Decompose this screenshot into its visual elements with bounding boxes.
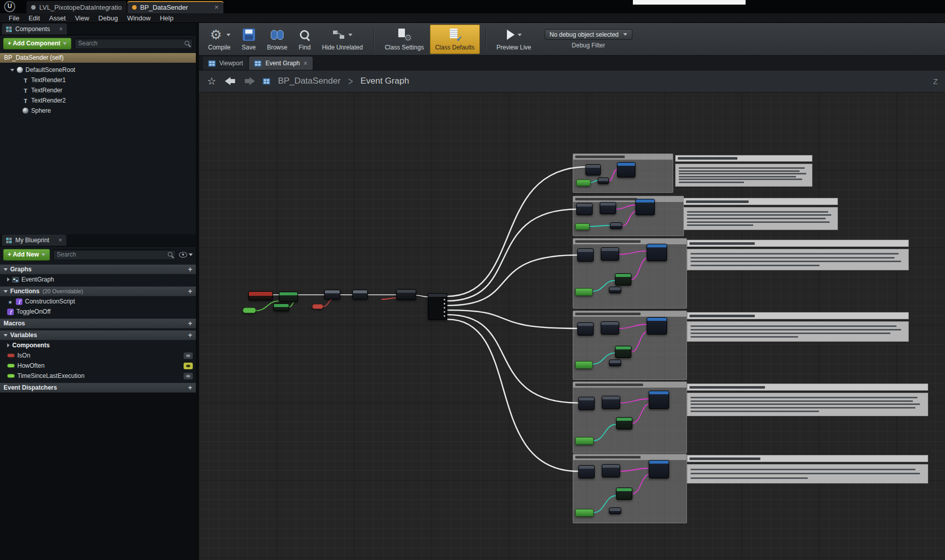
blueprint-node[interactable] (609, 287, 621, 293)
event-node[interactable] (248, 291, 273, 300)
comment-bubble-1[interactable] (675, 155, 812, 187)
menu-window[interactable]: Window (122, 13, 155, 23)
collapse-arrow-icon[interactable] (4, 290, 8, 293)
blueprint-node[interactable] (598, 177, 609, 184)
dropdown-caret-icon[interactable] (226, 34, 231, 36)
asset-tab-bp-datasender[interactable]: BP_DataSender (127, 1, 223, 13)
graph-comment-group-2[interactable] (573, 196, 684, 236)
menu-file[interactable]: File (4, 13, 24, 23)
browse-button[interactable]: Browse (262, 24, 292, 54)
dropdown-caret-icon[interactable] (348, 34, 352, 36)
function-node[interactable] (647, 317, 667, 335)
function-node[interactable] (617, 162, 635, 177)
menu-edit[interactable]: Edit (24, 13, 44, 23)
expander-arrow-icon[interactable] (7, 343, 10, 347)
function-node[interactable] (647, 244, 667, 261)
pure-function-node[interactable] (615, 346, 631, 358)
blueprint-node[interactable] (352, 290, 368, 299)
find-button[interactable]: Find (293, 24, 316, 54)
blueprint-node[interactable] (610, 222, 622, 229)
wire[interactable] (381, 298, 397, 299)
add-component-button[interactable]: + Add Component (3, 38, 71, 49)
save-button[interactable]: Save (237, 24, 261, 54)
blueprint-node[interactable] (396, 289, 416, 300)
graph-item-eventgraph[interactable]: EventGraph (0, 274, 196, 285)
section-header-variables[interactable]: Variables (0, 330, 196, 340)
breadcrumb-root[interactable]: BP_DataSender (278, 76, 341, 86)
pure-function-node[interactable] (616, 417, 632, 429)
var-item-howoften[interactable]: HowOften (0, 361, 196, 371)
component-tree-item-textrender[interactable]: TextRender (0, 85, 196, 95)
blueprint-self-row[interactable]: BP_DataSender (self) (0, 53, 196, 63)
asset-tab-lvl-pixotopedataintegratio[interactable]: LVL_PixotopeDataIntegratio (27, 1, 126, 13)
add-icon[interactable] (188, 332, 192, 339)
blueprint-node[interactable] (577, 248, 594, 262)
compile-button[interactable]: Compile (203, 24, 236, 54)
add-icon[interactable] (188, 384, 192, 391)
visibility-off-icon[interactable] (184, 352, 193, 359)
wire[interactable] (447, 315, 578, 403)
blueprint-node[interactable] (576, 203, 593, 215)
expander-arrow-icon[interactable] (7, 277, 10, 282)
add-icon[interactable] (188, 266, 192, 273)
pure-function-node[interactable] (575, 509, 594, 517)
blueprint-node[interactable] (578, 465, 595, 478)
pure-function-node[interactable] (575, 288, 593, 296)
hide-unrelated-button[interactable]: Hide Unrelated (317, 24, 368, 54)
collapse-arrow-icon[interactable] (4, 334, 8, 337)
menu-help[interactable]: Help (155, 13, 178, 23)
pure-function-node[interactable] (616, 488, 632, 500)
blueprint-node[interactable] (601, 247, 619, 261)
comment-bubble-2[interactable] (683, 198, 838, 230)
wire[interactable] (447, 209, 578, 301)
blueprint-node[interactable] (601, 321, 619, 335)
component-tree-item-textrender1[interactable]: TextRender1 (0, 75, 196, 85)
pure-function-node[interactable] (279, 292, 298, 302)
pure-function-node[interactable] (575, 437, 594, 445)
blueprint-node[interactable] (324, 290, 340, 299)
blueprint-node[interactable] (609, 360, 621, 366)
collapse-arrow-icon[interactable] (4, 268, 8, 271)
blueprint-node[interactable] (600, 202, 616, 214)
close-icon[interactable] (214, 4, 218, 11)
blueprint-node[interactable] (577, 322, 594, 336)
func-item-toggleonoff[interactable]: ToggleOnOff (0, 307, 196, 317)
debug-object-dropdown[interactable]: No debug object selected (545, 29, 632, 40)
component-tree-item-sphere[interactable]: Sphere (0, 106, 196, 116)
wire[interactable] (447, 319, 578, 471)
class-defaults-button[interactable]: Class Defaults (430, 24, 479, 54)
visibility-on-icon[interactable] (184, 363, 193, 369)
my-blueprint-panel-tab[interactable]: My Blueprint (2, 235, 66, 246)
add-icon[interactable] (188, 288, 192, 295)
section-header-dispatchers[interactable]: Event Dispatchers (0, 383, 196, 393)
graph-comment-group-4[interactable] (573, 311, 687, 380)
blueprint-node[interactable] (609, 507, 621, 514)
section-header-functions[interactable]: Functions(20 Overridable) (0, 286, 196, 296)
visibility-off-icon[interactable] (184, 373, 193, 379)
dropdown-caret-icon[interactable] (518, 34, 522, 36)
blueprint-node[interactable] (585, 164, 601, 175)
my-blueprint-search-input[interactable] (53, 249, 176, 260)
close-icon[interactable] (59, 237, 62, 243)
back-arrow-icon[interactable] (225, 77, 236, 85)
add-new-button[interactable]: + Add New (3, 249, 50, 261)
comment-bubble-6[interactable] (687, 455, 928, 483)
section-header-graphs[interactable]: Graphs (0, 264, 196, 274)
var-item-timesincelastexecution[interactable]: TimeSinceLastExecution (0, 371, 196, 381)
close-icon[interactable] (59, 26, 63, 32)
wire[interactable] (447, 255, 578, 306)
pure-function-node[interactable] (575, 223, 590, 230)
comment-bubble-4[interactable] (687, 312, 909, 342)
component-tree-item-textrender2[interactable]: TextRender2 (0, 95, 196, 106)
var-item-ison[interactable]: IsOn (0, 350, 196, 361)
component-tree-item-defaultsceneroot[interactable]: DefaultSceneRoot (0, 65, 196, 75)
forward-arrow-icon[interactable] (244, 77, 255, 85)
group-item-components[interactable]: Components (0, 340, 196, 350)
comment-bubble-5[interactable] (687, 384, 928, 416)
menu-view[interactable]: View (70, 13, 94, 23)
function-node[interactable] (649, 391, 669, 409)
func-item-constructionscript[interactable]: ConstructionScript (0, 296, 196, 307)
pure-function-node[interactable] (615, 273, 631, 286)
expander-arrow-icon[interactable] (10, 69, 14, 71)
graph-canvas[interactable] (199, 92, 945, 560)
